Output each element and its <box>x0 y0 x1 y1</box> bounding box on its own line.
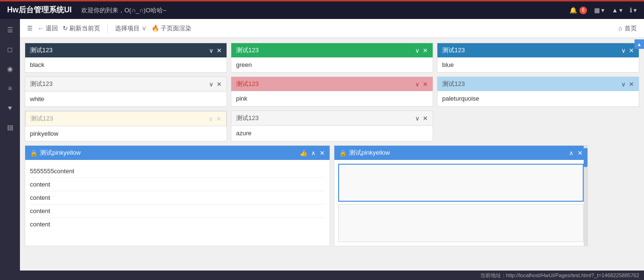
left-panel-up-icon[interactable]: ∧ <box>311 149 316 157</box>
left-panel-body: 5555555content content content content c <box>25 160 330 235</box>
refresh-btn[interactable]: ↻ 刷新当前页 <box>63 24 101 33</box>
left-panel: 🔒 测试pinkyellow 👍 ∧ ✕ 5555555content <box>25 145 330 246</box>
card-white-close-icon[interactable]: ✕ <box>217 81 222 88</box>
card-azure-close-icon[interactable]: ✕ <box>423 115 428 122</box>
right-panel-title-area: 🔒 测试pinkyellow <box>339 149 390 157</box>
render-label: 🔥 子页面渲染 <box>152 24 192 33</box>
home-area[interactable]: ⌂ 首页 <box>618 24 637 33</box>
card-lightblue-close-icon[interactable]: ✕ <box>629 81 634 88</box>
list-icon: ≡ <box>8 84 12 92</box>
card-yellow-title: 测试123 <box>30 114 53 123</box>
card-blue-content: blue <box>442 61 454 68</box>
sidebar-item-dashboard[interactable]: ◻ <box>0 41 20 58</box>
right-panel-title: 测试pinkyellow <box>349 149 390 157</box>
back-btn[interactable]: ← 退回 <box>38 24 58 33</box>
card-pink-close-icon[interactable]: ✕ <box>423 81 428 88</box>
card-azure: 测试123 ∨ ✕ azure <box>231 111 433 141</box>
page-body: 测试123 ∨ ✕ black 测试123 ∨ <box>20 38 644 280</box>
main-layout: ☰ ◻ ◉ ≡ ♥ ▤ ☰ ← 退回 ↻ 刷新当前页 <box>0 19 644 280</box>
right-panel-body <box>334 160 587 246</box>
right-panel-scrollbar-thumb[interactable] <box>584 148 587 167</box>
right-panel-up-icon[interactable]: ∧ <box>569 149 574 157</box>
card-yellow-chevron-icon[interactable]: ∨ <box>208 115 213 122</box>
sidebar-item-list[interactable]: ≡ <box>0 80 20 97</box>
card-pink-header: 测试123 ∨ ✕ <box>231 77 433 91</box>
card-white-actions: ∨ ✕ <box>209 81 222 88</box>
home-icon: ⌂ <box>618 25 622 32</box>
select-btn[interactable]: 选择项目 ∨ <box>115 24 147 33</box>
card-yellow-content: pinkyellow <box>30 130 58 137</box>
scroll-up-icon: ▲ <box>637 42 642 47</box>
card-green-close-icon[interactable]: ✕ <box>423 47 428 54</box>
card-blue: 测试123 ∨ ✕ blue <box>437 43 639 73</box>
sidebar-item-grid[interactable]: ▤ <box>0 119 20 136</box>
card-pink: 测试123 ∨ ✕ pink <box>231 76 433 107</box>
profile-icon: ◉ <box>7 65 13 73</box>
left-panel-item-5: content <box>30 218 325 231</box>
dashboard-icon: ◻ <box>7 46 13 53</box>
scroll-top-btn[interactable]: ▲ <box>635 39 644 49</box>
sidebar-item-menu[interactable]: ☰ <box>0 21 20 38</box>
back-label: ← 退回 <box>38 24 58 33</box>
right-panel-scrollbar[interactable] <box>584 146 587 246</box>
card-green-header: 测试123 ∨ ✕ <box>231 43 433 57</box>
card-lightblue-body: paleturquoise <box>437 91 639 106</box>
user-icon: ▲ <box>612 7 618 14</box>
grid-sidebar-icon: ▤ <box>7 123 13 131</box>
card-lightblue-chevron-icon[interactable]: ∨ <box>621 81 626 88</box>
card-green-title: 测试123 <box>236 46 259 55</box>
info-menu-btn[interactable]: ℹ ▾ <box>630 7 637 14</box>
left-panel-item-5-text: content <box>30 221 50 228</box>
right-panel-textarea[interactable] <box>338 164 584 202</box>
select-label: 选择项目 ∨ <box>115 24 147 33</box>
sidebar-item-profile[interactable]: ◉ <box>0 60 20 77</box>
card-lightblue: 测试123 ∨ ✕ paleturquoise <box>437 76 639 107</box>
card-blue-chevron-icon[interactable]: ∨ <box>621 47 626 54</box>
right-panel-actions: ∧ ✕ <box>569 149 583 157</box>
card-azure-content: azure <box>236 130 252 137</box>
sidebar-item-favorites[interactable]: ♥ <box>0 99 20 116</box>
card-azure-header: 测试123 ∨ ✕ <box>231 111 433 126</box>
card-white-header: 测试123 ∨ ✕ <box>25 77 227 92</box>
notification-badge: 6 <box>579 7 587 14</box>
right-panel-close-icon[interactable]: ✕ <box>578 149 583 157</box>
render-btn[interactable]: 🔥 子页面渲染 <box>152 24 192 33</box>
logo: Hw后台管理系统UI <box>7 5 72 15</box>
card-pink-title: 测试123 <box>236 80 259 88</box>
menu-toggle-btn[interactable]: ☰ <box>27 25 33 32</box>
card-green-actions: ∨ ✕ <box>415 47 428 54</box>
heart-icon: ♥ <box>8 104 12 112</box>
left-panel-thumb-icon[interactable]: 👍 <box>300 149 307 157</box>
cards-row-3: 测试123 ∨ ✕ pinkyellow 测试123 <box>25 111 639 141</box>
user-menu-btn[interactable]: ▲ ▾ <box>612 7 623 14</box>
hamburger-icon: ☰ <box>27 25 33 32</box>
left-panel-close-icon[interactable]: ✕ <box>320 149 325 157</box>
card-green-body: green <box>231 57 433 72</box>
welcome-text: 欢迎你的到来，O(∩_∩)O哈哈~ <box>81 6 569 15</box>
card-green-chevron-icon[interactable]: ∨ <box>415 47 420 54</box>
card-pink-actions: ∨ ✕ <box>415 81 428 88</box>
left-panel-title-area: 🔒 测试pinkyellow <box>30 149 81 157</box>
card-yellow-close-icon[interactable]: ✕ <box>216 115 221 122</box>
main-content: ☰ ← 退回 ↻ 刷新当前页 选择项目 ∨ 🔥 子页面渲染 ⌂ 首页 <box>20 19 644 280</box>
card-dark-header: 测试123 ∨ ✕ <box>25 43 227 57</box>
card-blue-title: 测试123 <box>442 46 465 55</box>
right-panel: 🔒 测试pinkyellow ∧ ✕ <box>334 145 588 246</box>
notification-btn[interactable]: 🔔 6 <box>569 7 587 14</box>
card-dark-body: black <box>25 57 227 72</box>
card-blue-body: blue <box>437 57 639 72</box>
left-panel-item-4: content <box>30 205 325 218</box>
card-pink-chevron-icon[interactable]: ∨ <box>415 81 420 88</box>
menu-icon: ☰ <box>7 26 13 34</box>
status-text: 当前地址：http://localhost/HwUi/Pages/test.ht… <box>480 272 639 279</box>
card-white-content: white <box>30 95 44 103</box>
card-white-body: white <box>25 92 227 106</box>
card-azure-chevron-icon[interactable]: ∨ <box>415 115 420 122</box>
card-dark-close-icon[interactable]: ✕ <box>217 47 222 54</box>
card-blue-close-icon[interactable]: ✕ <box>629 47 634 54</box>
card-white-chevron-icon[interactable]: ∨ <box>209 81 214 88</box>
card-azure-title: 测试123 <box>236 114 259 122</box>
card-dark-chevron-icon[interactable]: ∨ <box>209 47 214 54</box>
card-azure-actions: ∨ ✕ <box>415 115 428 122</box>
grid-menu-btn[interactable]: ▦ ▾ <box>594 7 605 14</box>
